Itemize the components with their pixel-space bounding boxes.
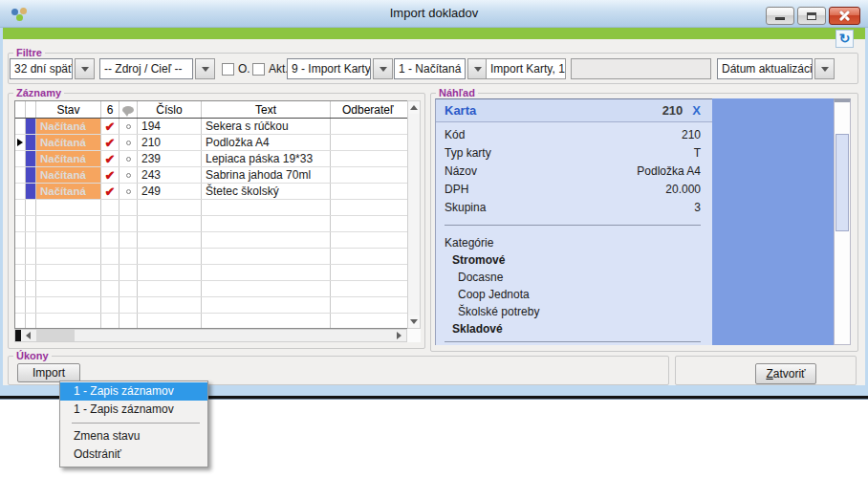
menu-separator [72, 423, 200, 424]
check-icon: ✔ [105, 168, 116, 183]
preview-scrollbar[interactable] [834, 98, 851, 345]
chevron-down-icon [474, 67, 482, 72]
divider [445, 341, 701, 342]
maximize-icon [807, 12, 816, 20]
table-row-current[interactable]: Načítaná ✔ 210 Podložka A4 [15, 135, 407, 151]
arrow-right-icon [397, 332, 401, 339]
preview-card: Karta 210 X Kód210 Typ kartyT NázovPodlo… [435, 98, 712, 345]
chevron-down-icon [380, 67, 387, 72]
close-icon [839, 11, 850, 21]
check-icon: ✔ [105, 152, 116, 166]
sort-by-combo[interactable]: Dátum aktualizácie [717, 58, 835, 79]
check-icon: ✔ [105, 136, 116, 150]
preview-field: Kód210 [436, 125, 712, 143]
source-target-combo[interactable]: -- Zdroj / Cieľ -- [99, 58, 215, 79]
check-icon: ✔ [105, 185, 116, 199]
akt-checkbox-box[interactable] [252, 63, 265, 76]
o-checkbox-box[interactable] [222, 63, 234, 76]
table-row[interactable]: Načítaná ✔ 194 Sekera s rúčkou [15, 119, 407, 135]
sort-by-dropdown-button[interactable] [814, 58, 835, 79]
menu-item-zapis-zaznamov-2[interactable]: 1 - Zapis záznamov [60, 401, 207, 419]
category-item: Coop Jednota [436, 286, 712, 303]
minimize-button[interactable] [766, 7, 794, 25]
scroll-down-button[interactable] [408, 315, 420, 328]
header-balloon[interactable] [119, 101, 138, 118]
empty-table-row [15, 200, 407, 216]
state-filter-combo[interactable]: 1 - Načítaná [394, 58, 488, 79]
minimize-icon [775, 17, 785, 20]
import-type-value: 9 - Import Karty [287, 58, 371, 79]
search-input[interactable] [571, 58, 711, 79]
header-six[interactable]: 6 [101, 101, 119, 118]
status-dot-icon [126, 189, 131, 194]
category-item: Skladové [436, 320, 712, 337]
akt-checkbox[interactable]: Akt. [252, 62, 289, 76]
empty-table-row [15, 249, 407, 265]
state-filter-value: 1 - Načítaná [394, 58, 466, 79]
card-close-icon[interactable]: X [692, 103, 701, 118]
menu-item-zmena-stavu[interactable]: Zmena stavu [60, 427, 207, 445]
maximize-button[interactable] [797, 7, 826, 25]
menu-item-zapis-zaznamov-1[interactable]: 1 - Zapis záznamov [60, 382, 207, 401]
check-icon: ✔ [105, 120, 116, 134]
source-target-dropdown-button[interactable] [195, 58, 215, 79]
scroll-left-button[interactable] [22, 330, 34, 341]
import-type-combo[interactable]: 9 - Import Karty [287, 58, 393, 79]
table-row[interactable]: Načítaná ✔ 243 Sabrina jahoda 70ml [15, 167, 407, 184]
empty-table-row [15, 314, 407, 329]
chevron-down-icon [202, 67, 209, 72]
preview-field: NázovPodložka A4 [436, 162, 712, 180]
o-checkbox[interactable]: O. [222, 62, 250, 76]
sort-by-value: Dátum aktualizácie [717, 58, 813, 79]
status-dot-icon [126, 124, 131, 129]
categories-label: Kategórie [436, 233, 712, 251]
records-horizontal-scrollbar[interactable] [14, 329, 407, 342]
category-item: Stromové [436, 251, 712, 269]
empty-table-row [15, 281, 407, 297]
close-window-button[interactable]: Zatvoriť [755, 363, 816, 384]
column-splitter-handle[interactable] [15, 330, 21, 341]
header-odberatel[interactable]: Odberateľ [331, 101, 407, 118]
divider [445, 225, 701, 226]
arrow-left-icon [26, 332, 31, 339]
preview-scroll-thumb[interactable] [835, 134, 849, 231]
header-marker [26, 101, 36, 118]
accent-bar [3, 28, 865, 39]
title-bar[interactable]: Import dokladov [0, 0, 868, 28]
header-text[interactable]: Text [202, 101, 331, 118]
scroll-right-button[interactable] [393, 330, 405, 341]
preview-label: Náhľad [436, 87, 478, 98]
card-number: 210 [662, 103, 684, 118]
empty-table-row [15, 216, 407, 232]
preview-card-header: Karta 210 X [436, 99, 712, 122]
scroll-up-button[interactable] [408, 101, 420, 114]
filter-text-input[interactable]: Import Karty, 12 [486, 58, 566, 79]
period-filter-dropdown-button[interactable] [75, 58, 95, 79]
menu-item-odstranit[interactable]: Odstrániť [60, 445, 207, 464]
close-button[interactable] [829, 7, 860, 25]
import-button[interactable]: Import [17, 363, 80, 382]
period-filter-value: 32 dní späť [10, 58, 73, 79]
header-stav[interactable]: Stav [36, 101, 101, 118]
empty-table-row [15, 232, 407, 249]
card-title: Karta [445, 103, 662, 118]
refresh-icon[interactable]: ↻ [835, 30, 854, 48]
table-row[interactable]: Načítaná ✔ 249 Štetec školský [15, 184, 407, 200]
state-filter-dropdown-button[interactable] [467, 58, 488, 79]
records-vertical-scrollbar[interactable] [407, 100, 421, 329]
period-filter-combo[interactable]: 32 dní späť [10, 58, 95, 79]
preview-field: Skupina3 [436, 198, 712, 216]
chevron-down-icon [821, 67, 829, 72]
import-context-menu: 1 - Zapis záznamov 1 - Zapis záznamov Zm… [59, 380, 208, 467]
filters-label: Filtre [13, 47, 45, 58]
header-cislo[interactable]: Číslo [138, 101, 202, 118]
import-type-dropdown-button[interactable] [373, 58, 393, 79]
table-row[interactable]: Načítaná ✔ 239 Lepiaca páska 19*33 [15, 151, 407, 167]
category-item: Školské potreby [436, 303, 712, 320]
empty-table-row [15, 265, 407, 281]
horizontal-scroll-thumb[interactable] [36, 330, 75, 341]
category-item: Docasne [436, 269, 712, 286]
chevron-down-icon [81, 67, 89, 72]
window-border-left [0, 28, 3, 396]
preview-field: DPH20.000 [436, 180, 712, 198]
